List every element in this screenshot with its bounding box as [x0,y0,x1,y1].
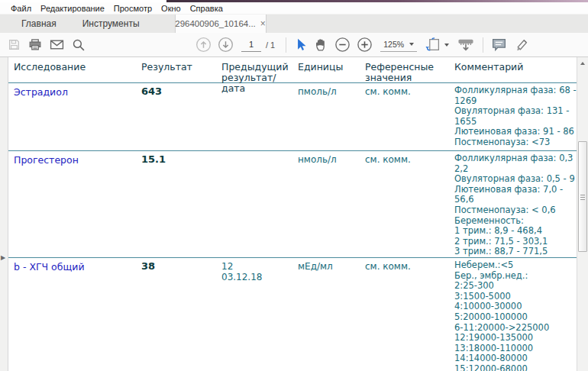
close-icon[interactable]: × [260,19,266,28]
page-up-icon[interactable] [195,35,212,55]
table-row: Прогестерон 15.1 нмоль/л см. комм. Фолли… [8,150,577,257]
scrollbar-thumb[interactable] [578,141,587,252]
test-name-link[interactable]: Прогестерон [14,151,141,257]
document-tab[interactable]: 296400906_10164... × [175,15,267,33]
email-icon[interactable] [50,35,64,55]
zoom-level-dropdown[interactable]: 125% [380,38,417,52]
units: нмоль/л [298,151,365,257]
comment: Неберем.:<5Бер., эмбр.нед.:2:25-3003:150… [454,258,577,371]
tab-tools[interactable]: Инструменты [72,15,150,33]
table-row: b - ХГЧ общий 38 1203.12.18 мЕд/мл см. к… [8,257,577,371]
previous-result [221,83,298,150]
table-row: Эстрадиол 643 пмоль/л см. комм. Фолликул… [8,82,577,150]
table-body: Эстрадиол 643 пмоль/л см. комм. Фолликул… [8,82,577,371]
test-name-link[interactable]: Эстрадиол [14,83,141,150]
select-tool-icon[interactable] [294,35,308,55]
tab-home[interactable]: Главная [11,15,67,33]
menu-item[interactable]: Просмотр [109,4,157,13]
search-icon[interactable] [72,35,86,55]
reference-values: см. комм. [365,258,454,371]
previous-result: 1203.12.18 [221,258,298,371]
reference-values: см. комм. [365,83,454,150]
table-header-row: ИсследованиеРезультатПредыдущий результа… [8,57,577,82]
navigation-pane-toggle-icon[interactable]: ▶ [1,254,5,261]
print-icon[interactable] [28,35,42,55]
scroll-mode-icon[interactable] [457,35,475,55]
pdf-page-content: ИсследованиеРезультатПредыдущий результа… [8,57,577,371]
window-edge-right [166,0,588,2]
zoom-out-icon[interactable] [334,35,351,55]
hand-tool-icon[interactable] [314,35,328,55]
result-value: 38 [141,258,221,371]
menu-item[interactable]: Справка [186,4,228,13]
window-edge-left [0,0,166,2]
result-value: 643 [141,83,221,150]
page-down-icon[interactable] [218,35,234,55]
zoom-in-icon[interactable] [357,35,373,55]
toolbar: 1 / 1 125% [0,33,588,57]
comment: Фолликулярная фаза: 0,32,2Овуляторная фа… [454,151,577,257]
vertical-scrollbar[interactable] [577,57,588,371]
fit-page-icon[interactable] [425,35,441,55]
scrollbar-up-button[interactable] [577,57,588,69]
scrollbar-grip [580,197,585,198]
menu-bar: ФайлРедактированиеПросмотрОкноСправка [0,2,588,14]
pdf-viewer-window: ФайлРедактированиеПросмотрОкноСправка Гл… [0,0,588,371]
document-tab-title: 296400906_10164... [175,19,256,28]
menu-item[interactable]: Окно [157,4,186,13]
comment-icon[interactable] [491,35,507,55]
comment: Фолликулярная фаза: 68 -1269Овуляторная … [454,83,577,150]
toolbar-separator [483,37,483,53]
zoom-level-value: 125% [383,40,404,49]
previous-result [221,151,298,257]
result-value: 15.1 [141,151,221,257]
toolbar-separator [286,37,286,53]
test-name-link[interactable]: b - ХГЧ общий [14,258,141,371]
highlight-icon[interactable] [513,35,529,55]
reference-values: см. комм. [365,151,454,257]
chevron-down-icon[interactable] [444,44,449,47]
main-area: ▶ ИсследованиеРезультатПредыдущий резуль… [0,57,588,371]
units: пмоль/л [298,83,365,150]
menu-item[interactable]: Файл [6,4,36,13]
save-icon[interactable] [8,35,21,55]
menu-item[interactable]: Редактирование [36,4,109,13]
window-edge-strip [0,0,588,2]
navigation-pane-rail: ▶ [0,57,8,371]
tab-bar: Главная Инструменты 296400906_10164... × [0,14,588,33]
page-number-input[interactable]: 1 [241,38,261,52]
page-count-label: / 1 [266,40,275,50]
chevron-down-icon [409,43,414,46]
scroll-up-arrow-icon [580,62,585,65]
units: мЕд/мл [298,258,365,371]
